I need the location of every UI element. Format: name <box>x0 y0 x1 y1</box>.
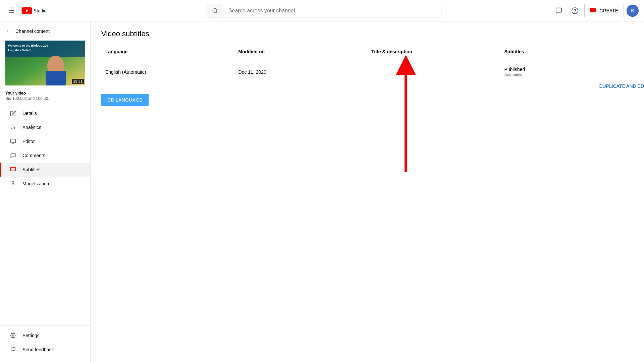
col-modified: Modified on <box>234 46 368 57</box>
video-duration: 19:31 <box>72 79 84 84</box>
status-published: Published <box>504 67 630 72</box>
page-title: Video subtitles <box>101 29 633 38</box>
duplicate-edit-button[interactable]: DUPLICATE AND ED <box>599 83 644 89</box>
cell-modified: Dec 11, 2020 <box>234 64 368 80</box>
svg-text:Logistics Video!: Logistics Video! <box>8 49 31 52</box>
sidebar-item-subtitles[interactable]: Subtitles <box>0 163 90 177</box>
search-input[interactable] <box>223 8 441 14</box>
sidebar-item-label: Monetization <box>22 181 49 186</box>
logo-area: Studio <box>21 7 47 14</box>
sidebar-item-label: Settings <box>22 333 40 338</box>
subtitles-icon <box>9 167 17 173</box>
comment-icon-button[interactable] <box>552 4 566 17</box>
svg-text:B: B <box>631 8 634 13</box>
channel-content-label: Channel content <box>15 28 50 34</box>
search-icon <box>207 4 223 17</box>
main-content: Video subtitles Language Modified on Tit… <box>91 21 644 362</box>
subtitles-status: Published Automatic <box>504 67 630 77</box>
table-header: Language Modified on Title & description… <box>101 46 633 61</box>
search-bar <box>96 4 552 17</box>
back-arrow-icon: ← <box>5 27 11 35</box>
svg-point-21 <box>12 335 14 337</box>
col-subtitles: Subtitles <box>500 46 634 57</box>
video-thumbnail-area: Welcome to the Biology 100 Logistics Vid… <box>0 38 90 88</box>
svg-point-0 <box>213 8 217 12</box>
svg-rect-11 <box>46 71 66 85</box>
video-title: Your video <box>5 91 85 96</box>
svg-text:Welcome to the Biology 100: Welcome to the Biology 100 <box>8 44 48 47</box>
sidebar-item-label: Subtitles <box>22 167 41 172</box>
avatar[interactable]: B <box>627 5 639 17</box>
sidebar-item-label: Analytics <box>22 125 41 130</box>
sidebar-item-label: Details <box>22 111 37 116</box>
video-thumbnail[interactable]: Welcome to the Biology 100 Logistics Vid… <box>5 41 85 85</box>
send-feedback-icon <box>9 347 17 353</box>
cell-language: English (Automatic) <box>101 64 234 80</box>
create-camera-icon <box>590 7 597 14</box>
col-title-desc: Title & description <box>367 46 500 57</box>
create-label: CREATE <box>599 8 618 13</box>
sidebar-item-editor[interactable]: Editor <box>0 134 90 148</box>
youtube-logo <box>21 7 32 14</box>
svg-line-1 <box>216 12 217 13</box>
video-info: Your video Bio 100.502 and 100.50... <box>0 88 90 104</box>
header-left: ☰ Studio <box>5 4 96 18</box>
sidebar-item-label: Send feedback <box>22 347 54 352</box>
sidebar-item-analytics[interactable]: Analytics <box>0 120 90 134</box>
header: ☰ Studio <box>0 0 644 21</box>
studio-label: Studio <box>34 8 47 13</box>
create-button[interactable]: CREATE <box>584 4 624 17</box>
comments-icon <box>9 153 17 159</box>
help-icon-button[interactable] <box>568 4 582 17</box>
sidebar-item-comments[interactable]: Comments <box>0 148 90 163</box>
status-automatic: Automatic <box>504 73 630 77</box>
duplicate-action-area: DUPLICATE AND ED <box>599 83 644 89</box>
sidebar-item-label: Editor <box>22 139 35 144</box>
cell-subtitles: Published Automatic <box>500 61 634 83</box>
settings-icon <box>9 333 17 339</box>
sidebar-item-send-feedback[interactable]: Send feedback <box>0 343 90 357</box>
header-right: CREATE B <box>552 4 639 17</box>
sidebar-item-monetization[interactable]: $ Monetization <box>0 177 90 191</box>
sidebar-item-details[interactable]: Details <box>0 106 90 120</box>
sidebar-nav: Details Analytics <box>0 106 90 323</box>
details-icon <box>9 110 17 116</box>
sidebar-divider <box>0 325 90 326</box>
video-subtitle: Bio 100.502 and 100.50... <box>5 96 85 101</box>
cell-title-desc <box>367 67 500 77</box>
editor-icon <box>9 138 17 144</box>
col-language: Language <box>101 46 234 57</box>
monetization-icon: $ <box>9 181 17 187</box>
sidebar-bottom: Settings Send feedback <box>0 323 90 362</box>
layout: ← Channel content <box>0 21 644 362</box>
search-input-wrapper[interactable] <box>207 4 441 17</box>
sidebar-item-settings[interactable]: Settings <box>0 328 90 343</box>
svg-rect-15 <box>11 139 16 143</box>
analytics-icon <box>9 124 17 130</box>
channel-content-back[interactable]: ← Channel content <box>0 24 90 38</box>
hamburger-icon[interactable]: ☰ <box>5 4 17 18</box>
subtitles-table: Language Modified on Title & description… <box>101 46 633 83</box>
sidebar: ← Channel content <box>0 21 91 362</box>
table-row: English (Automatic) Dec 11, 2020 Publish… <box>101 61 633 83</box>
add-language-button[interactable]: DD LANGUAGE <box>101 94 149 106</box>
sidebar-item-label: Comments <box>22 153 45 158</box>
